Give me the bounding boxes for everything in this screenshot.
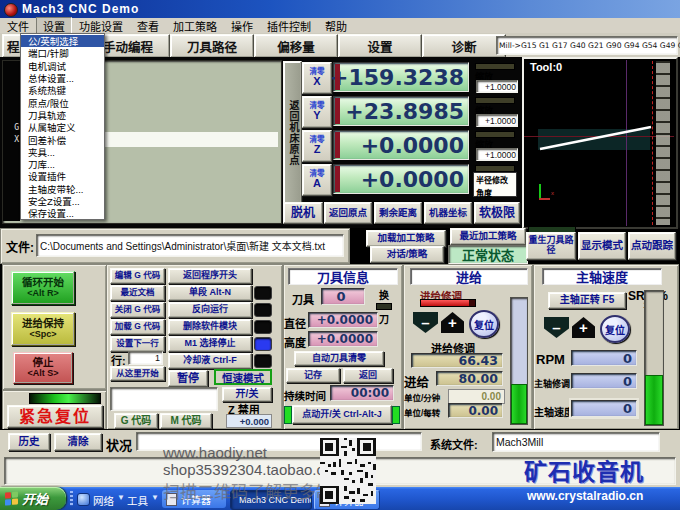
feed-hold-button[interactable]: 进给保持 <Spc> (11, 312, 75, 346)
menu-item-safe-z[interactable]: 安全Z设置... (21, 195, 104, 207)
mcodes-button[interactable]: M 代码 (160, 413, 212, 429)
close-gcode-button[interactable]: 关闭 G 代码 (110, 302, 165, 318)
menu-item-config-plugins[interactable]: 设置插件 (21, 170, 104, 182)
set-next-line-button[interactable]: 设置下一行 (110, 336, 165, 352)
cycle-start-button[interactable]: 循环开始 <Alt R> (11, 271, 75, 305)
menu-wizards[interactable]: 加工策略 (166, 17, 224, 35)
menu-function[interactable]: 功能设置 (72, 17, 130, 35)
scale-y-value[interactable]: +1.0000 (476, 114, 518, 127)
start-button[interactable]: 开始 (0, 487, 66, 510)
feedrate-value[interactable]: 80.00 (436, 371, 503, 386)
conv-wizard-button[interactable]: 对话/策略 (370, 246, 444, 263)
rewind-button[interactable]: 返回程序开头 (168, 268, 252, 284)
menu-item-slave-axis[interactable]: 从属轴定义 (21, 121, 104, 133)
offline-button[interactable]: 脱机 (283, 202, 323, 224)
menu-file[interactable]: 文件 (0, 17, 36, 35)
remember-button[interactable]: 记存 (286, 368, 340, 383)
tool-height-value[interactable]: +0.0000 (308, 331, 378, 347)
load-gcode-button[interactable]: 加载 G 代码 (110, 319, 165, 335)
rpm-value[interactable]: 0 (571, 350, 637, 366)
network-toolbar-icon[interactable] (77, 493, 90, 506)
tool-number-value[interactable]: 0 (321, 288, 365, 305)
menu-item-units[interactable]: 公/英制选择 (21, 35, 104, 47)
tab-offsets[interactable]: 偏移量 (254, 34, 338, 58)
feed-override-slider[interactable] (510, 297, 528, 425)
stop-button[interactable]: 停止 <Alt S> (13, 352, 73, 384)
onoff-button[interactable]: 开/关 (222, 387, 272, 402)
edit-gcode-button[interactable]: 编辑 G 代码 (110, 268, 165, 284)
jog-follow-button[interactable]: 点动跟踪 (628, 232, 676, 260)
dro-z-value[interactable]: +0.0000 (333, 130, 469, 160)
toolbar-network-chevron-icon[interactable]: ▼ (117, 493, 125, 502)
zero-x-button[interactable]: 清零 X (302, 62, 332, 94)
spindle-speed-value[interactable]: 0 (571, 400, 637, 417)
tab-toolpath[interactable]: 刀具路径 (170, 34, 254, 58)
emergency-reset-button[interactable]: 紧急复位 (7, 405, 103, 428)
menu-help[interactable]: 帮助 (318, 17, 354, 35)
toolbar-tools-chevron-icon[interactable]: ▼ (151, 493, 159, 502)
menu-config[interactable]: 设置 (36, 17, 72, 35)
menu-item-spindle-pulleys[interactable]: 主轴皮带轮... (21, 183, 104, 195)
quicklaunch-handle[interactable] (70, 491, 73, 506)
menu-item-tool-table[interactable]: 刀库... (21, 158, 104, 170)
recent-file-button[interactable]: 最近文档 (110, 285, 165, 301)
jog-onoff-button[interactable]: 点动开/关 Ctrl-Alt-J (292, 405, 392, 424)
reverse-run-button[interactable]: 反向运行 (168, 302, 252, 318)
line-number-input[interactable]: 1 (128, 351, 163, 365)
tool-dia-value[interactable]: +0.0000 (308, 312, 378, 328)
clear-status-button[interactable]: 清除 (54, 433, 102, 451)
flood-button[interactable]: 冷却液 Ctrl-F (168, 353, 252, 369)
zero-z-button[interactable]: 清零 Z (302, 130, 332, 162)
spindle-override-value[interactable]: 0 (571, 373, 637, 389)
file-path-box[interactable]: C:\Documents and Settings\Administrator\… (36, 234, 344, 257)
block-delete-button[interactable]: 删除软件模块 (168, 319, 252, 335)
run-from-here-button[interactable]: 从这里开始 (110, 366, 165, 381)
dro-a-value[interactable]: +0.0000 (333, 164, 469, 194)
scale-z-value[interactable]: +1.0000 (476, 148, 518, 161)
load-wizard-button[interactable]: 加载加工策略 (366, 230, 446, 247)
dro-x-value[interactable]: +159.3238 (333, 62, 469, 92)
return-button[interactable]: 返回 (343, 368, 393, 383)
single-blk-button[interactable]: 单段 Alt-N (168, 285, 252, 301)
m1-optional-stop-button[interactable]: M1 选择停止 (168, 336, 252, 352)
pause-button[interactable]: 暂停 (168, 370, 208, 387)
soft-limits-button[interactable]: 软极限 (474, 202, 520, 224)
tab-settings[interactable]: 设置 (338, 34, 422, 58)
spindle-toggle-button[interactable]: 主轴正转 F5 (548, 292, 626, 309)
spindle-reset-button[interactable]: 复位 (600, 315, 630, 343)
feed-reset-button[interactable]: 复位 (469, 310, 499, 338)
gcodes-button[interactable]: G 代码 (114, 413, 158, 429)
units-rev-value[interactable]: 0.00 (448, 403, 503, 418)
history-button[interactable]: 历史 (8, 433, 50, 451)
menu-item-toolpath-config[interactable]: 刀具轨迹 (21, 109, 104, 121)
scale-x-value[interactable]: +1.0000 (476, 80, 518, 93)
toolbar-network[interactable]: 网络 (93, 493, 114, 508)
dro-y-value[interactable]: +23.8985 (333, 96, 469, 126)
menu-item-general-config[interactable]: 总体设置... (21, 72, 104, 84)
menu-item-save-settings[interactable]: 保存设置... (21, 207, 104, 219)
feed-override-value[interactable]: 66.43 (411, 353, 503, 368)
goto-zero-button[interactable]: 返回原点 (324, 202, 372, 224)
tab-diagnostics[interactable]: 诊断 (422, 34, 506, 58)
last-wizard-button[interactable]: 最近加工策略 (450, 228, 526, 245)
auto-tool-zero-button[interactable]: 自动刀具清零 (294, 351, 384, 366)
display-mode-button[interactable]: 显示模式 (578, 232, 626, 260)
cv-mode-indicator[interactable]: 恒速模式 (214, 369, 272, 385)
regen-toolpath-button[interactable]: 重生刀具路径 (526, 232, 576, 260)
zero-y-button[interactable]: 清零 Y (302, 96, 332, 128)
menu-item-ports-pins[interactable]: 端口/针脚 (21, 47, 104, 59)
menu-item-fixtures[interactable]: 夹具... (21, 146, 104, 158)
machine-coords-button[interactable]: 机器坐标 (424, 202, 472, 224)
tool-change-button[interactable]: 换 刀 (376, 287, 392, 315)
menu-operator[interactable]: 操作 (224, 17, 260, 35)
menu-item-backlash[interactable]: 回差补偿 (21, 133, 104, 145)
dist-to-go-button[interactable]: 剩余距离 (374, 202, 422, 224)
menu-item-motor-tuning[interactable]: 电机调试 (21, 60, 104, 72)
menu-item-homing-limits[interactable]: 原点/限位 (21, 96, 104, 108)
zero-a-button[interactable]: 清零 A (302, 164, 332, 196)
menu-item-hotkeys[interactable]: 系统热键 (21, 84, 104, 96)
radius-correct-box[interactable]: 半径修改 角度 (473, 172, 517, 197)
spindle-override-slider[interactable] (644, 290, 664, 426)
z-inhibit-value[interactable]: +0.000 (226, 414, 272, 428)
menu-plugin[interactable]: 插件控制 (260, 17, 318, 35)
